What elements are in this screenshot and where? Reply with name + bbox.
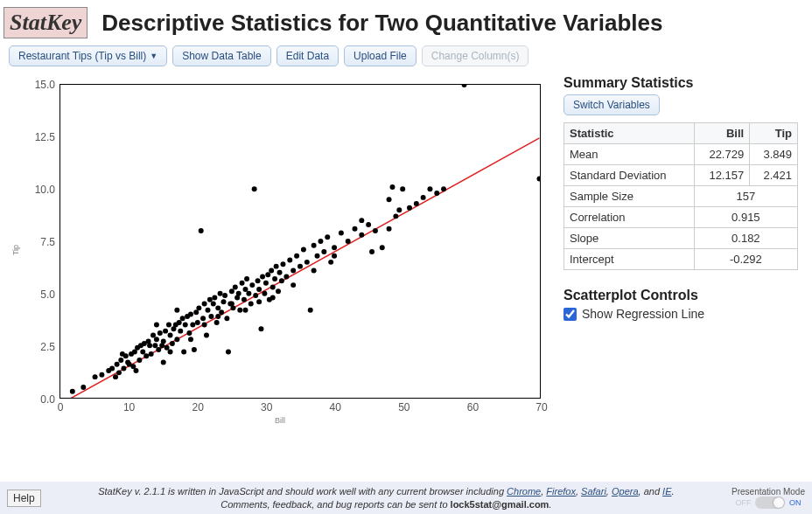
data-point [199, 228, 204, 233]
footer: Help StatKey v. 2.1.1 is written in Java… [0, 482, 812, 514]
data-point [123, 353, 129, 358]
th-x: Bill [694, 123, 749, 144]
show-regression-checkbox[interactable] [564, 308, 577, 321]
show-regression-label[interactable]: Show Regression Line [564, 307, 704, 321]
data-point [373, 228, 378, 233]
dataset-button[interactable]: Restaurant Tips (Tip vs Bill) ▼ [9, 45, 167, 66]
mean-x: 22.729 [694, 144, 749, 165]
data-point [138, 343, 144, 348]
edit-data-button[interactable]: Edit Data [276, 45, 339, 66]
link-safari[interactable]: Safari [581, 486, 606, 497]
data-point [328, 260, 333, 265]
data-point [221, 299, 227, 304]
data-point [346, 239, 351, 244]
footer-text: StatKey v. 2.1.1 is written in JavaScrip… [52, 485, 721, 511]
show-data-table-button[interactable]: Show Data Table [172, 45, 271, 66]
data-point [414, 201, 419, 206]
data-point [393, 213, 398, 219]
data-point [270, 285, 276, 290]
data-point [130, 364, 136, 369]
data-point [400, 186, 405, 191]
data-point [158, 330, 163, 336]
n-value: 157 [694, 186, 797, 207]
data-point [118, 358, 123, 363]
data-point [253, 293, 258, 298]
data-point [389, 184, 395, 190]
y-tick: 10.0 [35, 184, 55, 196]
page-title: Descriptive Statistics for Two Quantitat… [102, 10, 662, 37]
x-tick: 60 [467, 401, 479, 413]
data-point [99, 372, 104, 378]
data-point [270, 295, 276, 300]
data-point [215, 305, 220, 310]
data-point [269, 267, 274, 273]
sd-label: Standard Deviation [564, 165, 695, 186]
data-point [304, 260, 310, 265]
th-statistic: Statistic [564, 123, 695, 144]
chevron-down-icon: ▼ [150, 52, 158, 60]
data-point [421, 195, 426, 200]
data-point [315, 254, 320, 259]
data-point [298, 264, 303, 269]
data-point [149, 351, 154, 357]
data-point [127, 362, 132, 367]
show-regression-text: Show Regression Line [582, 307, 704, 321]
data-point [136, 358, 142, 363]
switch-variables-button[interactable]: Switch Variables [564, 94, 660, 115]
data-point [380, 245, 385, 250]
data-point [181, 350, 186, 355]
presentation-toggle[interactable] [755, 497, 785, 509]
data-point [147, 343, 152, 348]
upload-file-button[interactable]: Upload File [344, 45, 416, 66]
plot-area[interactable]: 0.02.55.07.510.012.515.0010203040506070 [60, 84, 541, 399]
data-point [206, 308, 211, 313]
data-point [161, 339, 166, 344]
sd-x: 12.157 [694, 165, 749, 186]
link-opera[interactable]: Opera [612, 486, 639, 497]
dataset-label: Restaurant Tips (Tip vs Bill) [18, 50, 146, 62]
data-point [190, 322, 195, 327]
data-point [140, 350, 145, 355]
data-point [243, 287, 248, 292]
data-point [353, 226, 358, 232]
data-point [312, 243, 317, 248]
data-point [116, 370, 122, 375]
r-label: Correlation [564, 207, 695, 228]
data-point [222, 293, 228, 298]
data-point [219, 309, 224, 315]
link-chrome[interactable]: Chrome [507, 486, 541, 497]
data-point [200, 316, 206, 321]
data-point [244, 276, 249, 281]
summary-table: Statistic Bill Tip Mean 22.729 3.849 Sta… [564, 122, 798, 270]
data-point [106, 368, 111, 373]
y-tick: 2.5 [40, 341, 55, 353]
data-point [262, 291, 267, 296]
data-point [204, 332, 209, 337]
y-tick: 5.0 [40, 288, 55, 301]
data-point [208, 314, 214, 319]
slope-value: 0.182 [694, 228, 797, 249]
data-point [249, 282, 255, 288]
data-point [211, 302, 216, 307]
data-point [369, 249, 374, 254]
data-point [161, 359, 166, 365]
link-firefox[interactable]: Firefox [546, 486, 576, 497]
data-point [186, 330, 192, 336]
data-point [359, 218, 364, 223]
x-tick: 0 [58, 401, 64, 413]
data-point [290, 282, 296, 288]
data-point [192, 347, 197, 352]
plot-svg [60, 85, 540, 398]
help-button[interactable]: Help [7, 490, 41, 507]
data-point [387, 226, 392, 232]
summary-title: Summary Statistics [564, 75, 798, 91]
logo[interactable]: StatKey [4, 7, 88, 38]
data-point [229, 302, 234, 307]
link-ie[interactable]: IE [662, 486, 671, 497]
data-point [146, 339, 151, 344]
data-point [263, 281, 269, 286]
data-point [325, 234, 330, 240]
data-point [260, 274, 265, 280]
x-tick: 70 [536, 401, 547, 413]
data-point [407, 205, 412, 211]
